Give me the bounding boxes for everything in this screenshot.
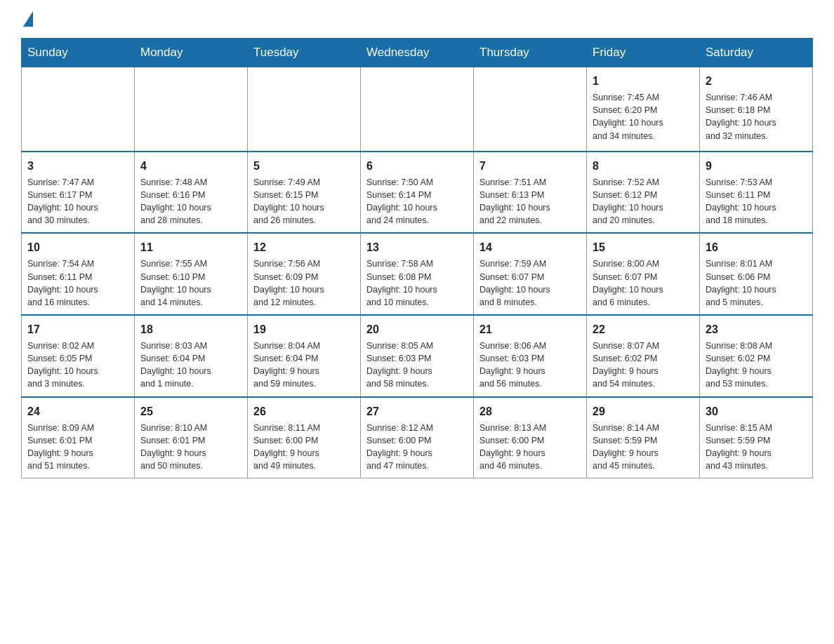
day-info-text: Daylight: 9 hours [479, 365, 581, 377]
day-info-text: and 50 minutes. [140, 459, 241, 472]
calendar-day-cell: 17Sunrise: 8:02 AMSunset: 6:05 PMDayligh… [22, 315, 135, 397]
calendar-day-cell: 6Sunrise: 7:50 AMSunset: 6:14 PMDaylight… [361, 152, 474, 234]
day-info-text: and 24 minutes. [366, 214, 468, 227]
day-number: 5 [253, 158, 355, 174]
day-info-text: Daylight: 10 hours [593, 201, 694, 214]
day-info-text: Sunrise: 7:55 AM [140, 257, 241, 270]
day-info-text: and 46 minutes. [479, 459, 581, 472]
day-number: 11 [140, 239, 241, 255]
day-of-week-header: Tuesday [248, 39, 361, 67]
calendar-day-cell: 25Sunrise: 8:10 AMSunset: 6:01 PMDayligh… [135, 397, 248, 478]
calendar-day-cell: 7Sunrise: 7:51 AMSunset: 6:13 PMDaylight… [474, 152, 587, 234]
day-number: 15 [593, 239, 694, 255]
day-info-text: and 30 minutes. [27, 214, 128, 227]
calendar-day-cell: 22Sunrise: 8:07 AMSunset: 6:02 PMDayligh… [587, 315, 700, 397]
day-info-text: Sunrise: 8:07 AM [593, 340, 694, 352]
day-of-week-header: Saturday [700, 39, 813, 67]
day-info-text: Sunset: 6:16 PM [140, 189, 241, 201]
day-of-week-header: Wednesday [361, 39, 474, 67]
day-info-text: and 28 minutes. [140, 214, 241, 227]
day-info-text: and 6 minutes. [593, 296, 694, 309]
day-info-text: Sunset: 6:13 PM [479, 189, 581, 201]
day-info-text: and 14 minutes. [140, 296, 241, 309]
day-info-text: and 1 minute. [140, 377, 241, 390]
day-number: 9 [706, 158, 807, 174]
day-info-text: Daylight: 10 hours [140, 365, 241, 377]
day-info-text: Sunset: 6:05 PM [27, 352, 128, 365]
day-info-text: Sunset: 6:11 PM [27, 271, 128, 283]
day-info-text: Sunset: 6:07 PM [479, 271, 581, 283]
day-info-text: Sunset: 6:20 PM [593, 104, 694, 116]
day-number: 14 [479, 239, 581, 255]
calendar-day-cell: 27Sunrise: 8:12 AMSunset: 6:00 PMDayligh… [361, 397, 474, 478]
day-info-text: and 45 minutes. [593, 459, 694, 472]
day-info-text: Sunrise: 7:45 AM [593, 91, 694, 104]
day-info-text: Sunrise: 7:58 AM [366, 257, 468, 270]
calendar-day-cell: 23Sunrise: 8:08 AMSunset: 6:02 PMDayligh… [700, 315, 813, 397]
day-info-text: and 10 minutes. [366, 296, 468, 309]
day-info-text: Sunset: 5:59 PM [706, 434, 807, 447]
day-info-text: Sunset: 6:02 PM [593, 352, 694, 365]
day-of-week-header: Monday [135, 39, 248, 67]
day-info-text: Sunrise: 8:03 AM [140, 340, 241, 352]
day-info-text: Sunset: 6:00 PM [366, 434, 468, 447]
calendar-day-cell [248, 67, 361, 152]
calendar-week-row: 17Sunrise: 8:02 AMSunset: 6:05 PMDayligh… [22, 315, 813, 397]
day-info-text: and 22 minutes. [479, 214, 581, 227]
calendar-day-cell: 29Sunrise: 8:14 AMSunset: 5:59 PMDayligh… [587, 397, 700, 478]
day-info-text: Daylight: 9 hours [366, 447, 468, 459]
day-info-text: and 16 minutes. [27, 296, 128, 309]
day-info-text: Sunrise: 8:04 AM [253, 340, 355, 352]
day-info-text: Daylight: 9 hours [593, 365, 694, 377]
day-number: 30 [706, 403, 807, 420]
day-info-text: and 58 minutes. [366, 377, 468, 390]
day-info-text: Daylight: 9 hours [253, 365, 355, 377]
day-info-text: Sunrise: 7:51 AM [479, 176, 581, 189]
day-info-text: Sunrise: 8:01 AM [706, 257, 807, 270]
day-info-text: Daylight: 9 hours [706, 365, 807, 377]
day-info-text: Daylight: 10 hours [706, 116, 807, 129]
day-info-text: Daylight: 9 hours [253, 447, 355, 459]
day-info-text: and 54 minutes. [593, 377, 694, 390]
day-info-text: and 49 minutes. [253, 459, 355, 472]
day-number: 6 [366, 158, 468, 174]
day-info-text: Sunset: 6:09 PM [253, 271, 355, 283]
day-info-text: Daylight: 10 hours [479, 201, 581, 214]
day-info-text: Daylight: 10 hours [706, 201, 807, 214]
calendar-week-row: 10Sunrise: 7:54 AMSunset: 6:11 PMDayligh… [22, 233, 813, 315]
day-info-text: Sunset: 6:04 PM [253, 352, 355, 365]
calendar-day-cell: 9Sunrise: 7:53 AMSunset: 6:11 PMDaylight… [700, 152, 813, 234]
day-info-text: Daylight: 10 hours [140, 201, 241, 214]
calendar-day-cell [135, 67, 248, 152]
calendar-day-cell: 14Sunrise: 7:59 AMSunset: 6:07 PMDayligh… [474, 233, 587, 315]
day-info-text: Sunset: 6:14 PM [366, 189, 468, 201]
logo [21, 14, 33, 24]
logo-triangle-icon [23, 11, 33, 27]
calendar-day-cell: 19Sunrise: 8:04 AMSunset: 6:04 PMDayligh… [248, 315, 361, 397]
day-info-text: Sunrise: 7:56 AM [253, 257, 355, 270]
calendar-day-cell: 30Sunrise: 8:15 AMSunset: 5:59 PMDayligh… [700, 397, 813, 478]
day-info-text: and 34 minutes. [593, 130, 694, 142]
day-number: 10 [27, 239, 128, 255]
day-info-text: Sunrise: 7:59 AM [479, 257, 581, 270]
day-info-text: Sunset: 6:06 PM [706, 271, 807, 283]
day-number: 25 [140, 403, 241, 420]
calendar-day-cell: 8Sunrise: 7:52 AMSunset: 6:12 PMDaylight… [587, 152, 700, 234]
day-number: 26 [253, 403, 355, 420]
day-info-text: Sunrise: 7:50 AM [366, 176, 468, 189]
day-info-text: Daylight: 10 hours [706, 283, 807, 296]
day-info-text: Sunset: 6:00 PM [253, 434, 355, 447]
day-info-text: Daylight: 10 hours [366, 201, 468, 214]
calendar-day-cell: 13Sunrise: 7:58 AMSunset: 6:08 PMDayligh… [361, 233, 474, 315]
day-info-text: and 12 minutes. [253, 296, 355, 309]
day-info-text: Daylight: 10 hours [27, 283, 128, 296]
day-info-text: and 18 minutes. [706, 214, 807, 227]
calendar-day-cell: 11Sunrise: 7:55 AMSunset: 6:10 PMDayligh… [135, 233, 248, 315]
day-info-text: Sunset: 6:11 PM [706, 189, 807, 201]
calendar-day-cell [474, 67, 587, 152]
day-info-text: Daylight: 9 hours [479, 447, 581, 459]
day-info-text: Sunrise: 8:12 AM [366, 422, 468, 434]
day-info-text: Daylight: 9 hours [27, 447, 128, 459]
calendar-day-cell: 2Sunrise: 7:46 AMSunset: 6:18 PMDaylight… [700, 67, 813, 152]
day-info-text: Sunrise: 7:54 AM [27, 257, 128, 270]
